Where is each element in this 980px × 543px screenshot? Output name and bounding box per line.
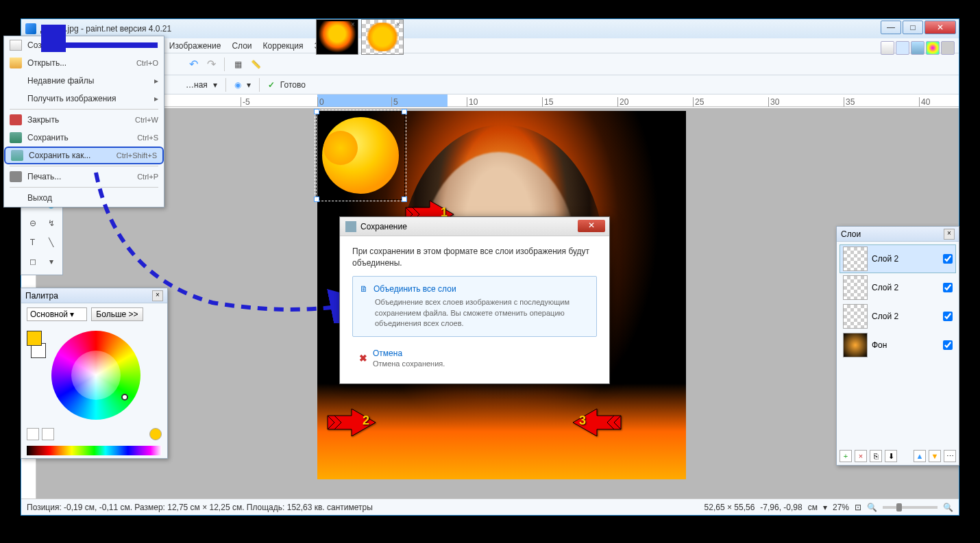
merge-icon: 🗎: [360, 283, 368, 295]
more-button[interactable]: Больше >>: [91, 307, 143, 321]
save-icon: [345, 221, 356, 232]
menu-item-Сохранить как...[interactable]: Сохранить как...Ctrl+Shift+S: [4, 147, 164, 164]
menu-item-Закрыть[interactable]: ЗакрытьCtrl+W: [4, 111, 164, 129]
layer-visible-checkbox[interactable]: [943, 283, 953, 292]
status-dimensions: 52,65 × 55,56: [705, 503, 755, 512]
layer-row[interactable]: Слой 2: [840, 244, 956, 273]
zoom-out-icon[interactable]: 🔍: [867, 503, 877, 512]
menu-icon: [10, 93, 22, 104]
ruler-button[interactable]: 📏: [248, 57, 263, 72]
move-up-button[interactable]: ▲: [914, 450, 926, 462]
resize-handle[interactable]: [402, 109, 407, 114]
menu-item-Недавние файлы[interactable]: Недавние файлы▸: [4, 72, 164, 90]
menu-item-Создать...[interactable]: Создать...Ctrl+N: [4, 36, 164, 54]
menu-layers[interactable]: Слои: [226, 39, 257, 53]
option-title: Объединить все слои: [373, 283, 456, 295]
color-swatches[interactable]: [27, 331, 46, 358]
layer-label: Слой 2: [872, 312, 939, 321]
palette-panel[interactable]: Палитра × Основной ▾ Больше >>: [21, 288, 168, 459]
menu-item-Получить изображения[interactable]: Получить изображения▸: [4, 90, 164, 108]
status-cursor: -7,96, -0,98: [760, 503, 802, 512]
utility-icons: [881, 41, 955, 55]
layers-title: Слои: [841, 229, 861, 239]
layer-visible-checkbox[interactable]: [943, 254, 953, 264]
layers-panel[interactable]: Слои × Слой 2Слой 2Слой 2Фон + × ⎘ ⬇ ▲ ▼…: [836, 226, 959, 466]
close-icon[interactable]: ×: [349, 21, 357, 29]
layers-titlebar[interactable]: Слои ×: [837, 227, 959, 242]
selection[interactable]: [316, 111, 405, 200]
dropdown-icon[interactable]: ▾: [247, 80, 251, 90]
merge-down-button[interactable]: ⬇: [885, 450, 897, 462]
palette-titlebar[interactable]: Палитра ×: [21, 288, 167, 303]
layer-row[interactable]: Слой 2: [840, 273, 956, 302]
layers-icon[interactable]: [911, 41, 924, 55]
dialog-close-button[interactable]: ✕: [578, 220, 605, 232]
layer-row[interactable]: Слой 2: [840, 302, 956, 331]
annotation-arrow-3: 3: [569, 405, 624, 442]
delete-layer-button[interactable]: ×: [855, 450, 867, 462]
color-mode-select[interactable]: Основной ▾: [27, 307, 87, 321]
layer-props-button[interactable]: ⋯: [944, 450, 956, 462]
zoom-slider[interactable]: [883, 506, 938, 509]
history-icon[interactable]: [896, 41, 909, 55]
menu-item-Печать...[interactable]: Печать...Ctrl+P: [4, 168, 164, 186]
minimize-button[interactable]: —: [881, 21, 901, 34]
menu-adjust[interactable]: Коррекция: [258, 39, 309, 53]
thumb-1[interactable]: ×: [316, 19, 358, 55]
duplicate-layer-button[interactable]: ⎘: [870, 450, 882, 462]
layer-label: Фон: [872, 340, 939, 350]
redo-button[interactable]: ↷: [204, 57, 219, 72]
shapes-dropdown[interactable]: ▾: [42, 253, 60, 270]
cancel-option[interactable]: ✖ Отмена Отмена сохранения.: [352, 344, 597, 374]
shapes-tool[interactable]: ◻: [24, 253, 41, 270]
cancel-desc: Отмена сохранения.: [373, 359, 445, 369]
text-tool[interactable]: T: [24, 233, 41, 251]
thumb-2[interactable]: ×: [361, 19, 404, 55]
fg-color[interactable]: [27, 331, 42, 346]
menu-image[interactable]: Изображение: [164, 39, 227, 53]
ready-label: Готово: [280, 80, 306, 90]
resize-handle[interactable]: [314, 197, 319, 202]
status-unit[interactable]: см: [808, 503, 818, 512]
settings-icon[interactable]: [941, 41, 955, 55]
recolor-tool[interactable]: ↯: [42, 214, 60, 232]
menu-icon: [10, 171, 22, 182]
wheel-cursor[interactable]: [121, 394, 128, 401]
layer-row[interactable]: Фон: [840, 331, 956, 359]
option-desc: Объединение всех слоев изображения с пос…: [375, 297, 589, 329]
undo-button[interactable]: ↶: [186, 57, 201, 72]
palette-action-2[interactable]: [42, 428, 54, 440]
dialog-titlebar[interactable]: Сохранение ✕: [340, 217, 609, 236]
close-icon[interactable]: ×: [394, 21, 402, 29]
colors-icon[interactable]: [926, 41, 940, 55]
palette-title: Палитра: [25, 291, 58, 301]
zoom-fit-icon[interactable]: ⊡: [855, 503, 861, 512]
add-layer-button[interactable]: +: [840, 450, 852, 462]
menu-item-Открыть...[interactable]: Открыть...Ctrl+O: [4, 54, 164, 72]
window-title: Джоли.jpg - paint.net версия 4.0.21: [40, 24, 955, 34]
clone-tool[interactable]: ⊖: [24, 214, 41, 232]
move-down-button[interactable]: ▼: [929, 450, 941, 462]
color-strip[interactable]: [27, 446, 162, 455]
zoom-in-icon[interactable]: 🔍: [943, 503, 953, 512]
menu-item-Сохранить[interactable]: СохранитьCtrl+S: [4, 129, 164, 147]
layer-visible-checkbox[interactable]: [943, 340, 953, 350]
layers-close-button[interactable]: ×: [944, 229, 955, 240]
menu-icon: [10, 192, 22, 203]
menu-item-Выход[interactable]: Выход: [4, 189, 164, 207]
palette-close-button[interactable]: ×: [152, 290, 163, 301]
resize-handle[interactable]: [314, 109, 319, 114]
layer-visible-checkbox[interactable]: [943, 312, 953, 321]
dropdown-icon[interactable]: ▾: [213, 80, 217, 90]
close-button[interactable]: ✕: [924, 21, 956, 34]
palette-action-1[interactable]: [27, 428, 39, 440]
color-wheel[interactable]: [51, 331, 140, 420]
layer-thumb: [843, 275, 868, 300]
flatten-option[interactable]: 🗎Объединить все слои Объединение всех сл…: [352, 276, 597, 337]
current-color[interactable]: [149, 428, 162, 440]
dialog-title: Сохранение: [360, 222, 407, 231]
maximize-button[interactable]: □: [903, 21, 923, 34]
grid-button[interactable]: ▦: [230, 57, 245, 72]
line-tool[interactable]: ╲: [42, 233, 60, 251]
tools-icon[interactable]: [881, 41, 894, 55]
